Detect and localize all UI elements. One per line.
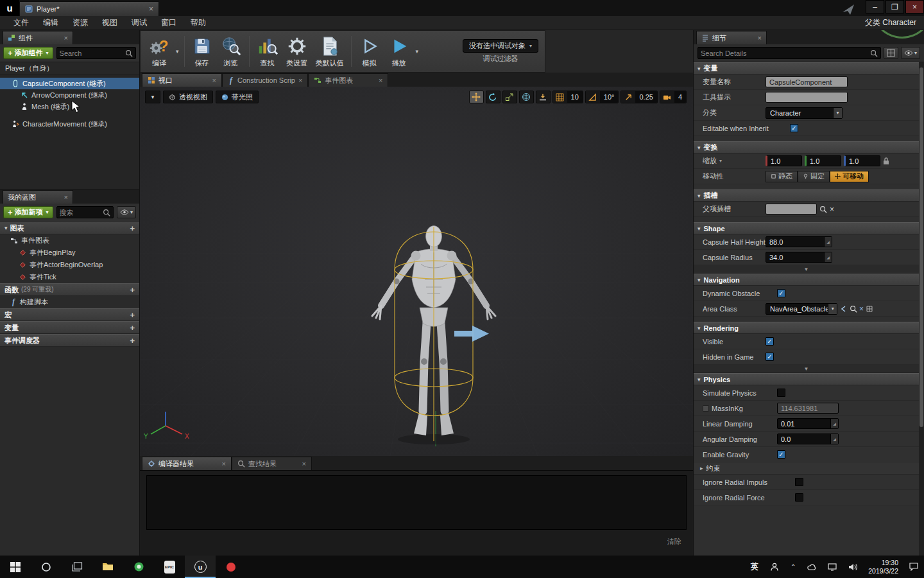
tab-my-blueprint-close-icon[interactable]: × — [64, 193, 68, 201]
dispatchers-section-header[interactable]: 事件调度器 + — [0, 334, 139, 347]
tab-compiler-results[interactable]: 编译器结果 × — [142, 457, 232, 470]
save-button[interactable]: 保存 — [188, 33, 216, 69]
add-graph-icon[interactable]: + — [130, 224, 135, 232]
component-root-player[interactable]: Player（自身） — [0, 62, 139, 75]
components-search[interactable] — [56, 47, 136, 59]
taskbar-clock[interactable]: 19:30 2019/3/22 — [863, 559, 903, 575]
enable-gravity-checkbox[interactable]: ✓ — [777, 450, 785, 459]
menu-asset[interactable]: 资源 — [65, 16, 95, 30]
variables-section-header[interactable]: 变量 + — [0, 321, 139, 334]
tab-close-icon[interactable]: × — [298, 76, 302, 84]
add-function-icon[interactable]: + — [130, 286, 135, 294]
epic-launcher-button[interactable]: EPIC — [154, 556, 185, 578]
perspective-dropdown[interactable]: 透视视图 — [163, 91, 213, 103]
add-component-button[interactable]: + 添加组件 ▾ — [3, 47, 53, 59]
category-dropdown[interactable]: Character▾ — [766, 107, 843, 119]
tab-viewport[interactable]: 视口 × — [142, 73, 222, 87]
mobility-stationary-option[interactable]: 固定 — [798, 171, 830, 182]
scale-z-field[interactable]: 1.0 — [844, 155, 880, 166]
volume-tray-icon[interactable] — [843, 556, 863, 578]
spinner-icon[interactable]: ◢ — [824, 237, 832, 247]
add-variable-icon[interactable]: + — [130, 324, 135, 332]
compile-options-chevron-icon[interactable]: ▾ — [174, 48, 181, 55]
world-local-toggle-button[interactable] — [519, 91, 534, 103]
close-button[interactable]: × — [905, 0, 924, 13]
property-matrix-button[interactable] — [884, 47, 898, 59]
cortana-button[interactable] — [31, 556, 62, 578]
viewport-options-button[interactable]: ▾ — [145, 91, 160, 103]
my-blueprint-search[interactable] — [56, 206, 114, 218]
constraints-expander[interactable]: ▸ 约束 — [694, 462, 919, 475]
reset-asset-icon[interactable] — [866, 305, 873, 313]
section-navigation[interactable]: ▾Navigation — [694, 274, 919, 286]
browse-asset-icon[interactable] — [850, 305, 857, 313]
section-transform[interactable]: ▾变换 — [694, 141, 919, 153]
shape-advanced-expander[interactable]: ▼ — [694, 265, 919, 274]
functions-section-header[interactable]: 函数 (29 可重载) + — [0, 283, 139, 296]
visibility-filter-button[interactable]: ▾ — [117, 206, 136, 218]
spinner-icon[interactable]: ◢ — [830, 419, 838, 428]
linear-damping-field[interactable]: 0.01◢ — [777, 418, 839, 429]
onedrive-tray-icon[interactable] — [801, 556, 822, 578]
add-macro-icon[interactable]: + — [130, 311, 135, 319]
minimize-button[interactable]: – — [866, 0, 884, 13]
editable-when-inherited-checkbox[interactable]: ✓ — [790, 124, 798, 132]
capsule-half-height-field[interactable]: 88.0◢ — [766, 236, 832, 247]
mobility-static-option[interactable]: 静态 — [766, 171, 798, 182]
section-shape[interactable]: ▾Shape — [694, 222, 919, 234]
construction-script-item[interactable]: f 构建脚本 — [0, 296, 139, 308]
window-tab-player[interactable]: Player* × — [19, 1, 159, 16]
tab-close-icon[interactable]: × — [379, 76, 382, 84]
surface-snap-button[interactable] — [536, 91, 551, 103]
hidden-in-game-checkbox[interactable]: ✓ — [766, 353, 774, 361]
my-blueprint-search-input[interactable] — [60, 209, 103, 216]
task-view-button[interactable] — [62, 556, 92, 578]
event-actorbeginoverlap-item[interactable]: 事件ActorBeginOverlap — [0, 259, 139, 271]
scrollbar-thumb[interactable] — [920, 67, 923, 427]
macros-section-header[interactable]: 宏 + — [0, 308, 139, 321]
translate-tool-button[interactable] — [469, 91, 484, 103]
rotation-snap-control[interactable]: 10° — [585, 91, 619, 103]
scale-tool-button[interactable] — [502, 91, 517, 103]
tooltip-field[interactable] — [766, 92, 848, 103]
variable-name-input[interactable] — [769, 78, 844, 86]
simulate-physics-checkbox[interactable]: ✓ — [777, 389, 785, 397]
find-button[interactable]: 查找 — [253, 33, 282, 69]
debug-object-dropdown[interactable]: 没有选中调试对象 ▾ — [463, 39, 538, 53]
socket-search-icon[interactable] — [819, 206, 827, 213]
section-physics[interactable]: ▾Physics — [694, 373, 919, 385]
menu-window[interactable]: 窗口 — [154, 16, 184, 30]
event-graph-item[interactable]: 事件图表 — [0, 234, 139, 247]
visible-checkbox[interactable]: ✓ — [766, 337, 774, 346]
browse-button[interactable]: 浏览 — [216, 33, 246, 69]
scale-x-field[interactable]: 1.0 — [766, 155, 802, 166]
component-capsule[interactable]: CapsuleComponent (继承) — [0, 78, 139, 89]
parent-socket-field[interactable] — [766, 204, 817, 215]
add-dispatcher-icon[interactable]: + — [130, 337, 135, 345]
graphs-section-header[interactable]: ▾ 图表 + — [0, 222, 139, 234]
details-search-input[interactable] — [701, 49, 870, 57]
details-search[interactable] — [697, 47, 881, 59]
add-new-button[interactable]: + 添加新项 ▾ — [3, 206, 53, 218]
component-mesh[interactable]: Mesh (继承) — [0, 101, 139, 112]
maximize-button[interactable]: ❐ — [886, 0, 904, 13]
rendering-advanced-expander[interactable]: ▼ — [694, 365, 919, 373]
tab-close-icon[interactable]: × — [149, 4, 153, 13]
menu-edit[interactable]: 编辑 — [36, 16, 65, 30]
tab-find-results[interactable]: 查找结果 × — [232, 457, 312, 470]
event-beginplay-item[interactable]: 事件BeginPlay — [0, 247, 139, 259]
tray-expand-button[interactable]: ⌃ — [785, 556, 801, 578]
menu-view[interactable]: 视图 — [95, 16, 124, 30]
capsule-radius-field[interactable]: 34.0◢ — [766, 252, 832, 263]
tooltip-input[interactable] — [769, 94, 844, 101]
tab-close-icon[interactable]: × — [222, 460, 226, 468]
tab-details[interactable]: 细节 × — [696, 31, 767, 44]
people-button[interactable] — [764, 556, 785, 578]
start-button[interactable] — [0, 556, 31, 578]
socket-clear-icon[interactable]: × — [830, 206, 834, 213]
component-arrow[interactable]: ArrowComponent (继承) — [0, 89, 139, 101]
section-sockets[interactable]: ▾插槽 — [694, 189, 919, 202]
lock-icon[interactable] — [883, 157, 889, 165]
lit-mode-dropdown[interactable]: 带光照 — [216, 91, 259, 103]
simulate-button[interactable]: 模拟 — [355, 33, 384, 69]
